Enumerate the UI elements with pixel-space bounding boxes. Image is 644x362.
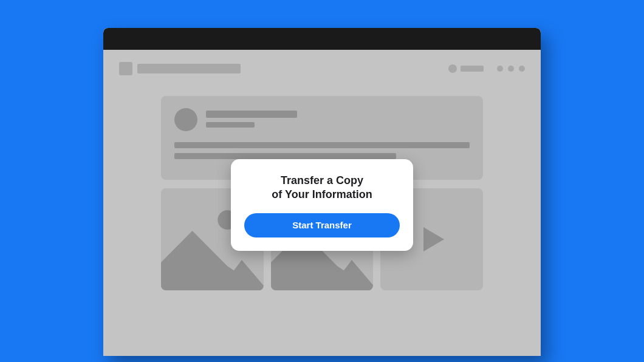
nav-dot-icon[interactable] bbox=[508, 66, 514, 72]
user-chip[interactable] bbox=[448, 64, 484, 73]
post-avatar-icon bbox=[174, 108, 197, 131]
search-placeholder[interactable] bbox=[137, 64, 241, 73]
post-meta bbox=[206, 108, 297, 131]
modal-title-line1: Transfer a Copy bbox=[281, 174, 363, 186]
browser-window: Transfer a Copy of Your Information Star… bbox=[103, 28, 541, 356]
window-titlebar bbox=[103, 28, 541, 50]
post-text-line bbox=[174, 153, 396, 159]
modal-title: Transfer a Copy of Your Information bbox=[244, 174, 400, 202]
topbar bbox=[117, 50, 527, 80]
topbar-right bbox=[448, 64, 525, 73]
logo-placeholder bbox=[119, 62, 132, 75]
nav-dot-icon[interactable] bbox=[519, 66, 525, 72]
start-transfer-button[interactable]: Start Transfer bbox=[244, 213, 400, 237]
post-time-placeholder bbox=[206, 122, 255, 128]
nav-dot-icon[interactable] bbox=[497, 66, 503, 72]
modal-title-line2: of Your Information bbox=[272, 188, 372, 200]
action-dots bbox=[497, 66, 525, 72]
play-icon bbox=[416, 224, 448, 255]
user-name-placeholder bbox=[461, 66, 484, 72]
svg-marker-6 bbox=[423, 227, 444, 251]
post-text-line bbox=[174, 142, 470, 148]
transfer-modal: Transfer a Copy of Your Information Star… bbox=[231, 159, 413, 251]
post-header bbox=[174, 108, 470, 131]
topbar-left bbox=[119, 62, 241, 75]
post-author-placeholder bbox=[206, 111, 297, 118]
user-avatar-icon bbox=[448, 64, 457, 73]
